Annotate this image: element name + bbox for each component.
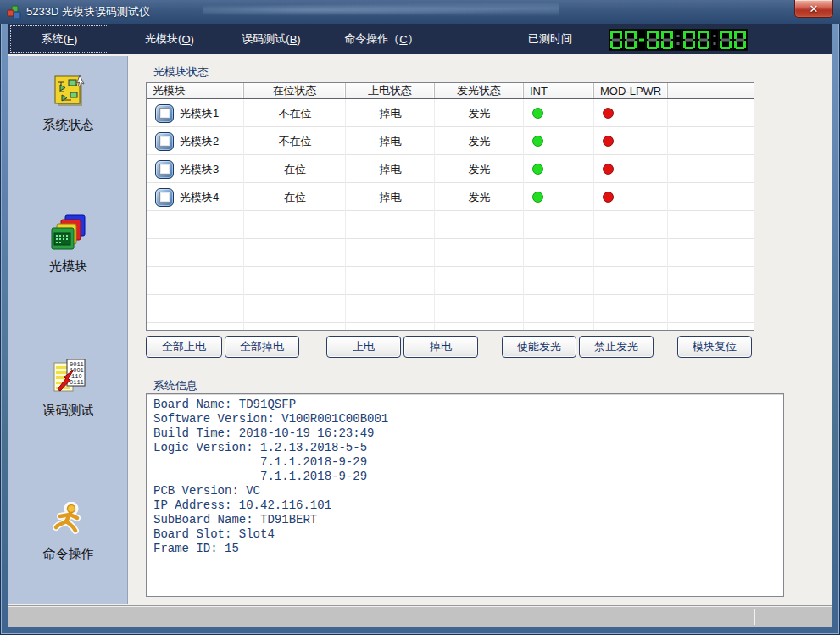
mod-lpwr-cell — [594, 183, 668, 211]
elapsed-time-label: 已测时间 — [515, 24, 585, 54]
module-cell: 光模块3 — [147, 155, 244, 183]
power-off-all-button[interactable]: 全部掉电 — [225, 336, 299, 358]
sidebar-item-label: 误码测试 — [8, 403, 128, 419]
sidebar-item-optical-modules[interactable]: 光模块 — [8, 214, 128, 275]
menu-item-optical-module[interactable]: 光模块(O) — [120, 25, 219, 53]
power-cell: 掉电 — [346, 183, 435, 211]
column-header: 上电状态 — [346, 83, 435, 98]
int-cell — [524, 127, 594, 155]
module-cell: 光模块1 — [147, 99, 244, 127]
table-header: 光模块在位状态上电状态发光状态INTMOD-LPWR — [147, 83, 754, 99]
table-row: 光模块2不在位掉电发光 — [147, 127, 754, 155]
sidebar-item-command[interactable]: 命令操作 — [8, 502, 128, 562]
menu-item-command[interactable]: 命令操作（C） — [332, 25, 431, 53]
clock-digit — [609, 30, 623, 50]
status-bar-divider — [754, 609, 755, 625]
int-cell — [524, 183, 594, 211]
module-toggle-button[interactable] — [155, 188, 174, 207]
column-header: 发光状态 — [435, 83, 524, 98]
empty-cell — [668, 99, 754, 127]
module-name: 光模块4 — [180, 190, 219, 205]
int-led — [532, 192, 543, 203]
tx-cell: 发光 — [435, 155, 524, 183]
int-led — [532, 108, 543, 119]
sidebar-item-system-status[interactable]: 系统状态 — [8, 75, 128, 133]
module-status-table: 光模块在位状态上电状态发光状态INTMOD-LPWR 光模块1不在位掉电发光光模… — [146, 82, 754, 331]
command-icon — [52, 502, 86, 543]
sidebar-item-label: 系统状态 — [8, 117, 128, 133]
titlebar: 5233D 光模块误码测试仪 ✕ — [0, 0, 840, 24]
int-cell — [524, 99, 594, 127]
module-toggle-button[interactable] — [155, 132, 174, 151]
clock-digit — [697, 30, 710, 50]
power-cell: 掉电 — [346, 155, 435, 183]
empty-cell — [668, 183, 754, 211]
power-on-button[interactable]: 上电 — [326, 336, 401, 358]
bert-test-icon: 0011 1001 110 0111 — [50, 359, 87, 399]
module-cell: 光模块2 — [147, 127, 244, 155]
presence-cell: 不在位 — [244, 99, 346, 127]
sidebar: 系统状态 — [8, 56, 128, 604]
presence-cell: 不在位 — [244, 127, 346, 155]
clock-digit — [682, 30, 696, 50]
module-status-group-label: 光模块状态 — [153, 64, 209, 80]
elapsed-time-display — [609, 29, 748, 51]
int-led — [532, 164, 543, 175]
clock-digit — [660, 30, 674, 50]
system-status-icon — [50, 75, 87, 114]
system-info-text: Board Name: TD91QSFP Software Version: V… — [153, 398, 783, 556]
close-icon: ✕ — [809, 3, 819, 15]
column-header: 光模块 — [147, 83, 244, 98]
module-action-buttons: 全部上电全部掉电上电掉电使能发光禁止发光模块复位 — [146, 336, 752, 358]
sidebar-item-label: 光模块 — [8, 259, 128, 275]
column-header — [668, 83, 754, 98]
column-header: INT — [524, 83, 594, 98]
window-title: 5233D 光模块误码测试仪 — [26, 4, 150, 19]
module-name: 光模块3 — [180, 162, 219, 177]
system-info-group-label: 系统信息 — [153, 378, 197, 393]
sidebar-item-bert-test[interactable]: 0011 1001 110 0111 误码测试 — [8, 359, 128, 419]
presence-cell: 在位 — [244, 183, 346, 211]
empty-cell — [668, 155, 754, 183]
close-button[interactable]: ✕ — [794, 0, 833, 18]
mod-lpwr-cell — [594, 99, 668, 127]
power-cell: 掉电 — [346, 99, 435, 127]
menu-item-system[interactable]: 系统(F) — [10, 25, 108, 53]
table-row: 光模块4在位掉电发光 — [147, 183, 754, 211]
power-cell: 掉电 — [346, 127, 435, 155]
menu-item-bert-test[interactable]: 误码测试(B) — [222, 25, 320, 53]
main-panel: 光模块状态 光模块在位状态上电状态发光状态INTMOD-LPWR 光模块1不在位… — [129, 54, 832, 605]
table-row: 光模块3在位掉电发光 — [147, 155, 754, 183]
system-info-textarea[interactable]: Board Name: TD91QSFP Software Version: V… — [146, 393, 784, 597]
app-window: 5233D 光模块误码测试仪 ✕ 系统(F)光模块(O)误码测试(B)命令操作（… — [0, 0, 840, 635]
presence-cell: 在位 — [244, 155, 346, 183]
enable-tx-button[interactable]: 使能发光 — [502, 336, 576, 358]
svg-text:0111: 0111 — [70, 379, 84, 386]
mod-lpwr-cell — [594, 127, 668, 155]
module-cell: 光模块4 — [147, 183, 244, 211]
power-on-all-button[interactable]: 全部上电 — [146, 336, 222, 358]
table-row: 光模块1不在位掉电发光 — [147, 99, 754, 127]
column-header: MOD-LPWR — [594, 83, 668, 98]
status-bar — [8, 605, 832, 627]
client-area: 系统(F)光模块(O)误码测试(B)命令操作（C） 已测时间 — [8, 24, 832, 627]
mod-lpwr-led — [603, 136, 614, 147]
disable-tx-button[interactable]: 禁止发光 — [579, 336, 654, 358]
clock-digit — [719, 30, 732, 50]
menubar: 系统(F)光模块(O)误码测试(B)命令操作（C） 已测时间 — [8, 24, 832, 54]
empty-cell — [668, 127, 754, 155]
mod-lpwr-led — [603, 108, 614, 119]
module-toggle-button[interactable] — [155, 104, 174, 123]
tx-cell: 发光 — [435, 99, 524, 127]
clock-digit — [733, 30, 747, 50]
module-toggle-button[interactable] — [155, 160, 174, 179]
tx-cell: 发光 — [435, 127, 524, 155]
tx-cell: 发光 — [435, 183, 524, 211]
clock-digit — [646, 30, 659, 50]
mod-lpwr-led — [603, 164, 614, 175]
int-cell — [524, 155, 594, 183]
module-reset-button[interactable]: 模块复位 — [677, 336, 752, 358]
table-body: 光模块1不在位掉电发光光模块2不在位掉电发光光模块3在位掉电发光光模块4在位掉电… — [147, 99, 754, 330]
power-off-button[interactable]: 掉电 — [403, 336, 478, 358]
content-area: 系统状态 — [8, 54, 832, 605]
